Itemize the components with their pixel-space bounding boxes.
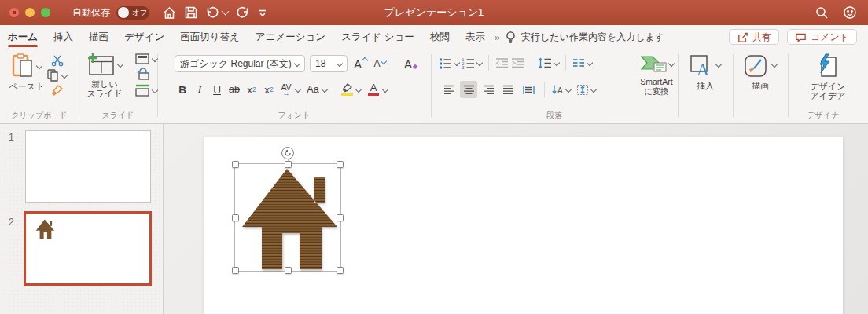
tab-transitions[interactable]: 画面切り替え (180, 25, 240, 49)
reset-slide-button[interactable] (135, 68, 157, 80)
font-size-value: 18 (315, 58, 326, 69)
slides-group-label: スライド (79, 110, 157, 121)
house-shape-mini (35, 218, 55, 239)
tab-slideshow[interactable]: スライド ショー (341, 25, 414, 49)
italic-button[interactable]: I (192, 81, 208, 98)
font-name-select[interactable]: 游ゴシック Regular (本文) (175, 55, 305, 72)
align-text-button[interactable] (576, 84, 596, 96)
decrease-indent-button[interactable] (495, 57, 509, 68)
resize-handle-n[interactable] (285, 161, 292, 168)
divider (565, 55, 566, 71)
font-group-label: フォント (157, 110, 431, 121)
superscript-mark: 2 (252, 86, 256, 93)
close-button[interactable] (9, 8, 19, 17)
redo-button[interactable] (235, 5, 250, 20)
chevron-down-icon (771, 61, 778, 68)
align-center-button[interactable] (460, 81, 477, 98)
numbering-button[interactable]: 123 (462, 57, 482, 69)
line-spacing-button[interactable] (538, 57, 559, 69)
chevron-down-icon (322, 86, 328, 93)
justify-button[interactable] (499, 81, 517, 98)
slide-1-number: 1 (9, 132, 14, 143)
resize-handle-e[interactable] (337, 214, 344, 221)
slide-layout-icon (135, 53, 149, 64)
slide-2-thumbnail[interactable] (24, 211, 152, 286)
customize-toolbar-button[interactable] (257, 7, 268, 18)
font-color-button[interactable]: A (366, 81, 381, 98)
tellme-box[interactable]: » 実行したい作業内容を入力します (495, 31, 664, 44)
autosave-toggle[interactable]: オフ (116, 6, 149, 20)
decrease-indent-icon (495, 57, 509, 68)
subscript-button[interactable]: x 2 (261, 81, 277, 98)
slide-1-thumbnail[interactable] (25, 130, 151, 203)
font-size-select[interactable]: 18 (310, 55, 348, 72)
fullscreen-button[interactable] (41, 8, 50, 17)
bullets-button[interactable] (439, 57, 459, 69)
comments-button[interactable]: コメント (787, 29, 857, 45)
chevron-down-icon (36, 63, 42, 69)
columns-button[interactable] (572, 58, 592, 68)
underline-label: U (213, 84, 221, 96)
distribute-text-button[interactable] (519, 81, 538, 98)
draw-label: 描画 (752, 81, 769, 90)
slide-surface[interactable] (204, 137, 843, 314)
bold-button[interactable]: B (175, 81, 190, 98)
tab-home[interactable]: ホーム (8, 25, 38, 49)
tab-design[interactable]: デザイン (124, 25, 164, 49)
resize-handle-se[interactable] (337, 267, 344, 274)
strikethrough-button[interactable]: ab (226, 81, 242, 98)
resize-handle-w[interactable] (232, 214, 239, 221)
home-button[interactable] (162, 5, 177, 20)
undo-button[interactable] (205, 5, 228, 20)
character-spacing-button[interactable]: AV ↔ (278, 81, 294, 98)
change-case-button[interactable]: Aa (305, 81, 321, 98)
smartart-label-line2: に変換 (644, 86, 669, 96)
shrink-font-button[interactable]: A (372, 55, 388, 72)
slide-layout-button[interactable] (135, 53, 157, 64)
align-right-button[interactable] (480, 81, 497, 98)
tellme-input[interactable]: 実行したい作業内容を入力します (521, 31, 664, 44)
tab-animations[interactable]: アニメーション (256, 25, 326, 49)
house-shape[interactable] (234, 163, 341, 272)
underline-button[interactable]: U (209, 81, 225, 98)
resize-handle-nw[interactable] (232, 161, 239, 168)
search-button[interactable] (815, 5, 829, 20)
reset-slide-icon (135, 68, 149, 80)
tab-view[interactable]: 表示 (465, 25, 485, 49)
save-button[interactable] (184, 5, 198, 20)
minimize-button[interactable] (25, 8, 35, 17)
group-divider (431, 54, 432, 117)
feedback-button[interactable] (843, 5, 857, 20)
shape-selection-box[interactable] (234, 163, 341, 272)
save-icon (184, 5, 198, 20)
cut-button[interactable] (47, 55, 67, 67)
rotate-handle[interactable] (281, 147, 294, 159)
tab-review[interactable]: 校閲 (430, 25, 450, 49)
resize-handle-s[interactable] (285, 267, 292, 274)
eraser-diamond-icon: ◆ (413, 63, 417, 70)
resize-handle-sw[interactable] (232, 267, 239, 274)
paste-button[interactable]: ペースト (6, 53, 47, 91)
chevron-down-icon (476, 60, 483, 66)
section-button[interactable] (135, 84, 157, 97)
format-painter-button[interactable] (47, 84, 67, 97)
copy-button[interactable] (47, 69, 67, 82)
increase-indent-button[interactable] (511, 57, 524, 68)
share-button[interactable]: 共有 (729, 29, 779, 45)
insert-textbox-button[interactable]: A 挿入 (684, 54, 726, 90)
design-ideas-button[interactable]: デザイン アイデア (797, 53, 859, 100)
group-divider (79, 54, 79, 117)
superscript-button[interactable]: x 2 (244, 81, 259, 98)
draw-button[interactable]: 描画 (739, 54, 782, 90)
new-slide-button[interactable]: 新しい スライド (85, 53, 124, 98)
text-direction-button[interactable]: A (551, 84, 571, 96)
tab-insert[interactable]: 挿入 (53, 25, 73, 49)
highlight-color-button[interactable] (339, 81, 355, 98)
align-left-button[interactable] (440, 81, 458, 98)
clear-formatting-button[interactable]: A ◆ (403, 55, 419, 72)
copy-icon (47, 69, 59, 82)
convert-smartart-button[interactable]: SmartArt に変換 (635, 53, 678, 96)
grow-font-button[interactable]: A (352, 55, 369, 72)
tab-draw[interactable]: 描画 (89, 25, 108, 49)
resize-handle-ne[interactable] (337, 161, 344, 168)
